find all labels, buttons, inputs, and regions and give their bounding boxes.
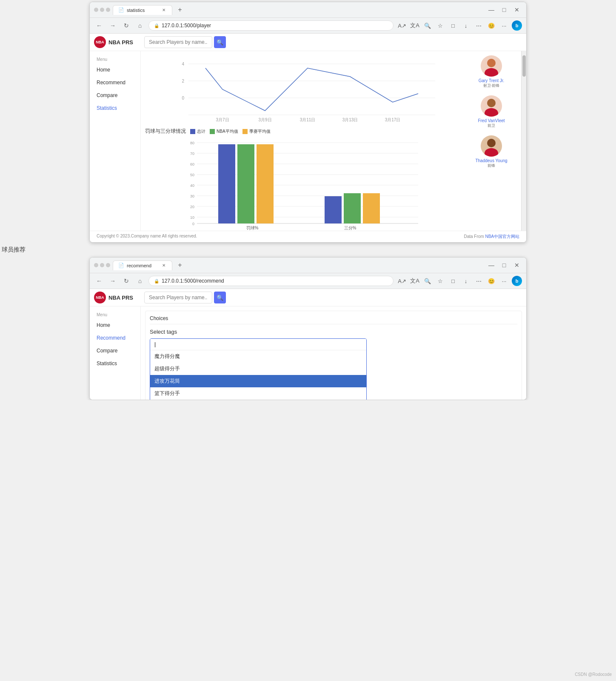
sidebar-item-home-2[interactable]: Home [90, 319, 140, 332]
profile-icon-2[interactable]: 😊 [486, 276, 496, 286]
dropdown-item-1[interactable]: 超级得分手 [150, 363, 366, 375]
apps-icon-2[interactable]: ⋯ [473, 276, 484, 286]
window-controls [94, 8, 110, 12]
player-card-thaddeus[interactable]: Thaddeus Young 前锋 [466, 135, 517, 169]
forward-button-2[interactable]: → [108, 276, 118, 286]
browser-window-statistics: 📄 statistics ✕ + — □ ✕ ← → ↻ ⌂ 🔒 127.0.0… [89, 2, 527, 243]
line-chart: 4 2 0 3月7日 3月9日 3月11日 3月13日 3月17日 [145, 55, 462, 123]
new-tab-button[interactable]: + [175, 5, 185, 15]
dropdown-search-input[interactable] [150, 339, 366, 350]
profile-icon[interactable]: 😊 [486, 20, 496, 31]
svg-text:3月7日: 3月7日 [216, 117, 229, 122]
collections-icon[interactable]: □ [448, 20, 458, 31]
svg-text:2: 2 [182, 79, 184, 83]
window-minimize-button-2[interactable]: — [486, 260, 496, 270]
downloads-icon-2[interactable]: ↓ [461, 276, 471, 286]
nba-logo-icon: NBA [94, 36, 106, 48]
refresh-button-2[interactable]: ↻ [121, 276, 131, 286]
footer-datasource: Data From NBA中国官方网站 [464, 234, 519, 240]
legend-total-color [190, 129, 195, 134]
tab-close-button-2[interactable]: ✕ [161, 263, 167, 269]
close-icon[interactable] [106, 8, 110, 12]
maximize-icon-2[interactable] [100, 263, 104, 267]
maximize-icon[interactable] [100, 8, 104, 12]
browser-tab-statistics[interactable]: 📄 statistics ✕ [113, 5, 172, 15]
translate-icon[interactable]: 文A [410, 20, 420, 31]
translate-icon-2[interactable]: 文A [410, 276, 420, 286]
tab-close-button[interactable]: ✕ [161, 7, 167, 13]
url-bar[interactable]: 🔒 127.0.0.1:5000/player [148, 20, 394, 31]
footer-nba-link[interactable]: NBA中国官方网站 [485, 234, 519, 239]
svg-point-33 [485, 68, 498, 77]
chart-title-row: 罚球与三分球情况 总计 NBA平均值 [145, 128, 462, 135]
favorites-icon[interactable]: ☆ [435, 20, 445, 31]
new-tab-button-2[interactable]: + [175, 260, 185, 270]
sidebar-statistics: Menu Home Recommend Compare Statistics [90, 51, 141, 231]
browser-tab-recommend[interactable]: 📄 recommend ✕ [113, 260, 172, 270]
search-area-2: 🔍 [144, 292, 226, 303]
edge-icon[interactable]: b [512, 20, 522, 31]
close-icon-2[interactable] [106, 263, 110, 267]
refresh-button[interactable]: ↻ [121, 20, 131, 31]
tags-dropdown[interactable]: 魔力得分魔 超级得分手 进攻万花筒 篮下得分手 进攻组织者 [150, 338, 367, 400]
forward-button[interactable]: → [108, 20, 118, 31]
downloads-icon[interactable]: ↓ [461, 20, 471, 31]
dropdown-item-0[interactable]: 魔力得分魔 [150, 350, 366, 363]
read-aloud-icon[interactable]: A↗ [397, 20, 407, 31]
window-close-button-2[interactable]: ✕ [512, 260, 522, 270]
dropdown-item-4[interactable]: 进攻组织者 [150, 400, 366, 400]
search-button[interactable]: 🔍 [214, 36, 226, 48]
search-button-2[interactable]: 🔍 [214, 292, 226, 303]
svg-text:60: 60 [190, 162, 194, 166]
svg-text:三分%: 三分% [344, 226, 356, 230]
sidebar-item-compare[interactable]: Compare [90, 89, 140, 102]
search-input[interactable] [144, 36, 212, 48]
sidebar-item-recommend[interactable]: Recommend [90, 76, 140, 89]
collections-icon-2[interactable]: □ [448, 276, 458, 286]
sidebar-item-statistics[interactable]: Statistics [90, 102, 140, 114]
window-restore-button[interactable]: □ [499, 5, 509, 15]
home-button-2[interactable]: ⌂ [135, 276, 145, 286]
recommend-content-area: Choices Select tags 魔力得分魔 超级得分手 进攻万花筒 篮下… [141, 306, 526, 400]
url-bar-2[interactable]: 🔒 127.0.0.1:5000/recommend [148, 276, 394, 286]
svg-point-34 [487, 99, 496, 107]
dropdown-item-3[interactable]: 篮下得分手 [150, 387, 366, 400]
search-toolbar-icon[interactable]: 🔍 [422, 20, 433, 31]
favorites-icon-2[interactable]: ☆ [435, 276, 445, 286]
more-icon[interactable]: ··· [499, 20, 509, 31]
svg-text:30: 30 [190, 194, 194, 198]
player-avatar-fred [481, 95, 502, 117]
back-button[interactable]: ← [94, 20, 104, 31]
more-icon-2[interactable]: ··· [499, 276, 509, 286]
edge-icon-2[interactable]: b [512, 276, 522, 286]
back-button-2[interactable]: ← [94, 276, 104, 286]
scrollbar-thumb-statistics[interactable] [522, 55, 526, 77]
legend-season-avg-label: 季赛平均值 [249, 129, 271, 134]
legend-nba-avg-color [210, 129, 215, 134]
browser-toolbar: A↗ 文A 🔍 ☆ □ ↓ ⋯ 😊 ··· b [397, 20, 522, 31]
home-button[interactable]: ⌂ [135, 20, 145, 31]
minimize-icon[interactable] [94, 8, 98, 12]
sidebar-item-statistics-2[interactable]: Statistics [90, 357, 140, 370]
scrollbar-statistics[interactable] [521, 51, 526, 231]
search-input-2[interactable] [144, 292, 212, 303]
apps-icon[interactable]: ⋯ [473, 20, 484, 31]
sidebar-item-recommend-2[interactable]: Recommend [90, 332, 140, 344]
player-avatar-thaddeus [481, 135, 502, 157]
sidebar-item-home[interactable]: Home [90, 63, 140, 76]
minimize-icon-2[interactable] [94, 263, 98, 267]
sidebar-item-compare-2[interactable]: Compare [90, 344, 140, 357]
legend-season-avg: 季赛平均值 [242, 129, 271, 134]
tab-title: statistics [127, 8, 145, 13]
player-card-fred[interactable]: Fred VanVleet 前卫 [466, 95, 517, 129]
search-toolbar-icon-2[interactable]: 🔍 [422, 276, 433, 286]
player-position-gary: 射卫·前锋 [466, 83, 517, 89]
window-minimize-button[interactable]: — [486, 5, 496, 15]
window-close-button[interactable]: ✕ [512, 5, 522, 15]
dropdown-item-2[interactable]: 进攻万花筒 [150, 375, 366, 387]
read-aloud-icon-2[interactable]: A↗ [397, 276, 407, 286]
window-restore-button-2[interactable]: □ [499, 260, 509, 270]
bar-fqpct-nba [237, 144, 254, 223]
player-card-gary[interactable]: Gary Trent Jr. 射卫·前锋 [466, 55, 517, 89]
bar-fqpct-season [257, 144, 274, 223]
